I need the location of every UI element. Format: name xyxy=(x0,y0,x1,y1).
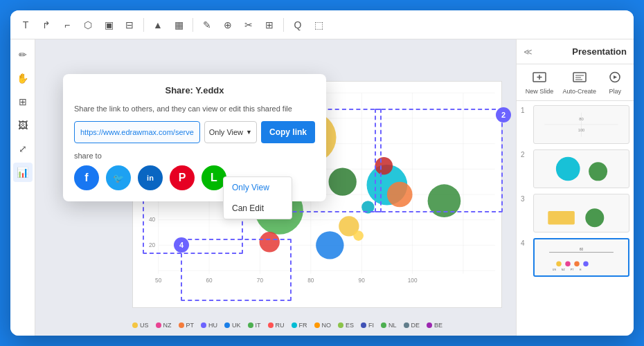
svg-point-35 xyxy=(428,184,461,217)
slide-item-1[interactable]: 1 80 100 xyxy=(521,105,629,144)
svg-point-66 xyxy=(574,262,579,266)
svg-text:80: 80 xyxy=(307,277,314,284)
svg-rect-59 xyxy=(548,211,575,224)
toolbar: T ↱ ⌐ ⬡ ▣ ⊟ ▲ ▦ ✎ ⊕ ✂ ⊞ Q ⬚ xyxy=(10,10,634,39)
legend-pt: PT xyxy=(179,322,195,329)
permission-dropdown: Only View Can Edit xyxy=(223,176,292,219)
toolbar-icon-callout[interactable]: ▲ xyxy=(150,17,166,33)
linkedin-button[interactable]: in xyxy=(138,165,163,190)
permission-select[interactable]: Only View ▼ xyxy=(204,121,257,143)
toolbar-icon-container[interactable]: ⊟ xyxy=(121,17,138,33)
sidebar-icon-resize[interactable]: ⤢ xyxy=(13,139,33,158)
legend-es: ES xyxy=(338,322,354,329)
selection-label-2: 2 xyxy=(496,107,511,122)
svg-text:100: 100 xyxy=(578,128,585,132)
legend-hu: HU xyxy=(201,322,217,329)
new-slide-action[interactable]: New Slide xyxy=(526,70,554,95)
share-dialog: Share: Y.eddx Share the link to others, … xyxy=(63,74,326,201)
link-input[interactable] xyxy=(74,121,200,143)
slide-thumb-3 xyxy=(533,194,629,233)
svg-text:60: 60 xyxy=(580,248,584,251)
panel-title: Presentation xyxy=(572,46,627,57)
slide-item-3[interactable]: 3 xyxy=(521,194,629,233)
svg-point-33 xyxy=(387,182,413,208)
play-label: Play xyxy=(609,88,622,95)
svg-point-32 xyxy=(329,167,357,195)
svg-rect-55 xyxy=(538,150,625,188)
facebook-button[interactable]: f xyxy=(74,165,99,190)
app-container: T ↱ ⌐ ⬡ ▣ ⊟ ▲ ▦ ✎ ⊕ ✂ ⊞ Q ⬚ ✏ ✋ ⊞ 🖼 ⤢ 📊 xyxy=(10,10,634,336)
toolbar-icon-fill[interactable]: ⊕ xyxy=(220,17,236,33)
svg-text:20: 20 xyxy=(149,242,156,248)
auto-create-label: Auto-Create xyxy=(563,88,597,95)
legend-de: DE xyxy=(404,322,420,329)
slide-number-2: 2 xyxy=(521,149,529,158)
svg-text:80: 80 xyxy=(579,117,583,121)
sidebar-icon-pen[interactable]: ✏ xyxy=(13,45,33,64)
slide-item-2[interactable]: 2 xyxy=(521,149,629,188)
toolbar-icon-zoom[interactable]: ⬚ xyxy=(310,17,327,33)
svg-text:H: H xyxy=(580,268,582,271)
svg-point-65 xyxy=(565,262,570,266)
svg-point-34 xyxy=(375,157,393,175)
main-area: ✏ ✋ ⊞ 🖼 ⤢ 📊 xyxy=(10,39,634,336)
sidebar-icon-image[interactable]: 🖼 xyxy=(13,116,33,135)
toolbar-icon-table[interactable]: ▣ xyxy=(100,17,117,33)
toolbar-icon-search[interactable]: Q xyxy=(289,17,306,33)
auto-create-icon xyxy=(570,70,589,86)
pinterest-button[interactable]: P xyxy=(170,165,195,190)
toolbar-icon-connector[interactable]: ⌐ xyxy=(59,17,75,33)
legend-ru: RU xyxy=(268,322,285,329)
svg-point-39 xyxy=(353,230,364,241)
svg-text:PT: PT xyxy=(571,268,574,271)
selection-label-4: 4 xyxy=(174,237,189,253)
legend-uk: UK xyxy=(224,322,241,329)
toolbar-icon-link[interactable]: ⊞ xyxy=(261,17,278,33)
legend-nl: NL xyxy=(381,322,397,329)
legend-no: NO xyxy=(314,322,332,329)
slides-list: 1 80 100 2 xyxy=(517,101,634,336)
sidebar-icon-grid[interactable]: ⊞ xyxy=(13,92,33,111)
slide-number-4: 4 xyxy=(521,238,529,247)
slide-thumb-4: 60 US NZ PT H xyxy=(533,238,629,277)
legend-fr: FR xyxy=(292,322,307,329)
svg-point-38 xyxy=(260,232,280,252)
slide-thumb-2 xyxy=(533,149,629,188)
legend-us: US xyxy=(132,322,149,329)
auto-create-action[interactable]: Auto-Create xyxy=(563,70,597,95)
sidebar-icon-hand[interactable]: ✋ xyxy=(13,69,33,88)
slide-item-4[interactable]: 4 60 US NZ PT H xyxy=(521,238,629,277)
toolbar-icon-cut[interactable]: ✂ xyxy=(240,17,257,33)
toolbar-separator xyxy=(143,18,144,32)
slide-number-3: 3 xyxy=(521,194,529,203)
dialog-description: Share the link to others, and they can v… xyxy=(74,104,315,114)
svg-point-64 xyxy=(556,262,561,266)
toolbar-icon-text[interactable]: T xyxy=(17,17,34,33)
slide-thumb-1: 80 100 xyxy=(533,105,629,144)
sidebar-icon-presentation[interactable]: 📊 xyxy=(13,163,33,182)
toolbar-icon-grid[interactable]: ▦ xyxy=(170,17,187,33)
dropdown-can-edit[interactable]: Can Edit xyxy=(224,198,292,219)
play-action[interactable]: Play xyxy=(605,70,625,95)
svg-point-40 xyxy=(361,201,374,213)
toolbar-icon-arrow[interactable]: ↱ xyxy=(38,17,55,33)
share-to-label: share to xyxy=(74,152,315,160)
toolbar-icon-shape[interactable]: ⬡ xyxy=(80,17,96,33)
svg-text:90: 90 xyxy=(359,277,366,284)
svg-point-67 xyxy=(583,262,588,266)
canvas-area: 140 120 100 80 60 40 20 50 60 70 80 xyxy=(35,39,516,336)
panel-header: ≪ Presentation xyxy=(517,39,634,64)
play-icon xyxy=(605,70,625,86)
right-panel: ≪ Presentation New Slide xyxy=(516,39,634,336)
dropdown-only-view[interactable]: Only View xyxy=(224,177,292,198)
twitter-button[interactable]: 🐦 xyxy=(106,165,131,190)
left-sidebar: ✏ ✋ ⊞ 🖼 ⤢ 📊 xyxy=(10,39,35,336)
copy-link-button[interactable]: Copy link xyxy=(261,121,315,143)
legend-fi: FI xyxy=(361,322,374,329)
panel-expand-icon[interactable]: ≪ xyxy=(524,47,533,57)
svg-marker-49 xyxy=(614,75,617,79)
new-slide-icon xyxy=(530,70,549,86)
legend-nz: NZ xyxy=(156,322,172,329)
toolbar-icon-pen[interactable]: ✎ xyxy=(199,17,215,33)
toolbar-separator-2 xyxy=(193,18,193,32)
